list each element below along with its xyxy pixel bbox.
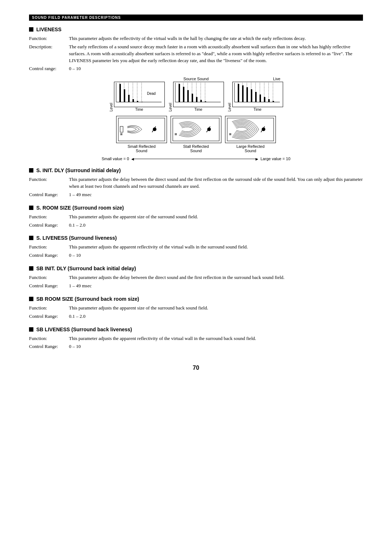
svg-rect-42 xyxy=(246,87,248,102)
y-axis-2: Level xyxy=(168,90,172,112)
sb-room-size-function-text: This parameter adjusts the apparent size… xyxy=(69,305,363,312)
graph-1: Dead xyxy=(114,82,165,107)
s-liveness-function-text: This parameter adjusts the apparent refl… xyxy=(69,244,363,251)
bullet-s-room-size xyxy=(29,206,33,210)
liveness-function-row: Function: This parameter adjusts the ref… xyxy=(29,35,363,42)
section-title-sb-liveness: SB LIVENESS (Surround back liveness) xyxy=(29,327,363,332)
section-title-sb-room-size: SB ROOM SIZE (Surround back room size) xyxy=(29,296,363,302)
bullet-sb-init-dly xyxy=(29,266,33,271)
bullet-liveness xyxy=(29,27,33,32)
x-axis-2: Time xyxy=(173,108,224,112)
graph-group-3: Level xyxy=(228,82,283,112)
s-room-size-function-text: This parameter adjusts the apparent size… xyxy=(69,214,363,220)
sb-liveness-function-label: Function: xyxy=(29,335,69,342)
s-room-size-function-row: Function: This parameter adjusts the app… xyxy=(29,214,363,220)
room-1: ⊠ xyxy=(116,116,167,143)
svg-text:⊠: ⊠ xyxy=(229,133,232,136)
svg-rect-8 xyxy=(128,95,130,102)
liveness-description-label: Description: xyxy=(29,44,69,64)
sb-init-dly-function-text: This parameter adjusts the delay between… xyxy=(69,274,363,281)
s-room-size-function-label: Function: xyxy=(29,214,69,220)
s-liveness-function-label: Function: xyxy=(29,244,69,251)
graph-3 xyxy=(232,82,283,107)
page-number: 70 xyxy=(29,365,363,371)
x-axis-3: Time xyxy=(232,108,283,112)
graphs-row: Level xyxy=(109,82,283,112)
section-sb-room-size: SB ROOM SIZE (Surround back room size) F… xyxy=(29,296,363,320)
room-2-label: Stall ReflectedSound xyxy=(183,144,209,153)
svg-rect-7 xyxy=(124,89,125,102)
section-title-liveness: LIVENESS xyxy=(29,27,363,32)
source-sound-label: Source Sound xyxy=(168,77,224,81)
svg-rect-44 xyxy=(255,92,257,102)
liveness-function-label: Function: xyxy=(29,35,69,42)
x-axis-1: Time xyxy=(114,108,165,112)
section-title-s-room-size: S. ROOM SIZE (Surround room size) xyxy=(29,205,363,211)
svg-rect-52 xyxy=(120,126,123,132)
y-axis-3: Level xyxy=(228,90,232,112)
sb-init-dly-function-label: Function: xyxy=(29,274,69,281)
bullet-sb-liveness xyxy=(29,327,33,332)
s-init-dly-range-label: Control Range: xyxy=(29,191,69,198)
svg-rect-6 xyxy=(119,84,121,102)
svg-rect-41 xyxy=(242,85,244,102)
graph-group-2: Level xyxy=(168,82,224,112)
liveness-description-row: Description: The early reflections of a … xyxy=(29,44,363,64)
section-liveness: LIVENESS Function: This parameter adjust… xyxy=(29,27,363,161)
room-3: ⊠ xyxy=(225,116,276,143)
sb-init-dly-range-row: Control Range: 1 – 49 msec xyxy=(29,283,363,289)
room-group-1: ⊠ Small ReflectedSound xyxy=(116,116,167,153)
y-axis-1: Level xyxy=(109,90,113,112)
section-sb-init-dly: SB INIT. DLY (Surround back initial dela… xyxy=(29,266,363,289)
svg-rect-9 xyxy=(132,99,134,102)
svg-rect-43 xyxy=(251,89,252,102)
sb-room-size-function-label: Function: xyxy=(29,305,69,312)
header-title: SOUND FIELD PARAMETER DESCRIPTIONS xyxy=(32,16,121,20)
liveness-function-text: This parameter adjusts the reflectivity … xyxy=(69,35,363,42)
sb-init-dly-range-text: 1 – 49 msec xyxy=(69,283,363,289)
svg-rect-22 xyxy=(179,84,180,102)
s-init-dly-function-text: This parameter adjusts the delay between… xyxy=(69,176,363,190)
liveness-range-row: Control range: 0 – 10 xyxy=(29,65,363,72)
svg-rect-27 xyxy=(200,100,202,102)
section-s-room-size: S. ROOM SIZE (Surround room size) Functi… xyxy=(29,205,363,229)
graph-group-1: Level xyxy=(109,82,165,112)
room-1-label: Small ReflectedSound xyxy=(127,144,155,153)
svg-rect-24 xyxy=(187,90,189,102)
s-liveness-range-label: Control Range: xyxy=(29,252,69,259)
sb-init-dly-function-row: Function: This parameter adjusts the del… xyxy=(29,274,363,281)
svg-rect-45 xyxy=(260,94,261,102)
s-init-dly-range-text: 1 – 49 msec xyxy=(69,191,363,198)
section-title-s-liveness: S. LIVENESS (Surround liveness) xyxy=(29,235,363,241)
sb-room-size-range-label: Control Range: xyxy=(29,313,69,320)
svg-text:⊠: ⊠ xyxy=(120,133,123,136)
s-liveness-function-row: Function: This parameter adjusts the app… xyxy=(29,244,363,251)
liveness-range-label: Control range: xyxy=(29,65,69,72)
sb-liveness-function-text: This parameter adjusts the apparent refl… xyxy=(69,335,363,342)
sb-liveness-range-label: Control Range: xyxy=(29,343,69,350)
bullet-s-liveness xyxy=(29,236,33,240)
section-s-liveness: S. LIVENESS (Surround liveness) Function… xyxy=(29,235,363,259)
s-init-dly-range-row: Control Range: 1 – 49 msec xyxy=(29,191,363,198)
s-liveness-range-text: 0 – 10 xyxy=(69,252,363,259)
s-room-size-range-label: Control Range: xyxy=(29,222,69,229)
section-title-s-init-dly: S. INIT. DLY (Surround initial delay) xyxy=(29,167,363,173)
sb-init-dly-range-label: Control Range: xyxy=(29,283,69,289)
svg-rect-26 xyxy=(196,97,197,102)
room-2: ⊠ xyxy=(171,116,221,143)
s-room-size-range-text: 0.1 – 2.0 xyxy=(69,222,363,229)
sb-liveness-function-row: Function: This parameter adjusts the app… xyxy=(29,335,363,342)
arrow-right-label: Large value = 10 xyxy=(261,157,290,161)
section-s-init-dly: S. INIT. DLY (Surround initial delay) Fu… xyxy=(29,167,363,198)
arrow-row: Small value = 0 ◄ ► Large value = 10 xyxy=(102,157,290,161)
room-group-2: ⊠ Stall ReflectedSound xyxy=(171,116,221,153)
liveness-description-text: The early reflections of a sound source … xyxy=(69,44,363,64)
svg-rect-46 xyxy=(264,97,265,102)
graph-2 xyxy=(173,82,224,107)
bullet-s-init-dly xyxy=(29,168,33,173)
bullet-sb-room-size xyxy=(29,297,33,301)
svg-rect-25 xyxy=(192,94,193,102)
sb-room-size-range-row: Control Range: 0.1 – 2.0 xyxy=(29,313,363,320)
svg-rect-40 xyxy=(238,84,239,102)
svg-rect-23 xyxy=(183,87,184,102)
